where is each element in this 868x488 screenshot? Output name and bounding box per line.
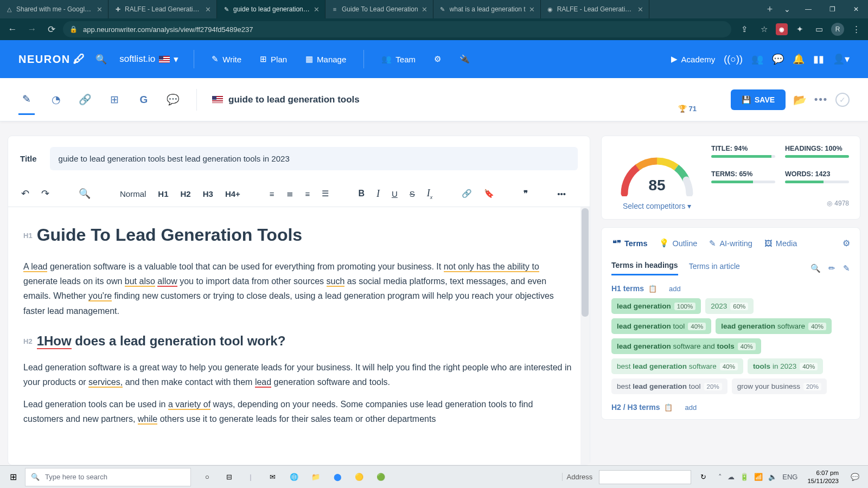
- undo-button[interactable]: ↶: [20, 184, 30, 203]
- align-center-button[interactable]: ≣: [285, 185, 295, 202]
- add-h1-term[interactable]: add: [669, 285, 681, 293]
- term-chip[interactable]: grow your business20%: [732, 378, 827, 394]
- bell-icon[interactable]: 🔔: [793, 53, 805, 65]
- add-h2-term[interactable]: add: [685, 403, 697, 412]
- minimize-button[interactable]: —: [796, 0, 820, 18]
- save-button[interactable]: 💾 SAVE: [731, 89, 786, 110]
- more-menu[interactable]: •••: [814, 94, 828, 105]
- taskbar-search[interactable]: 🔍Type here to search: [25, 468, 191, 486]
- subtab-headings[interactable]: Terms in headings: [611, 261, 678, 275]
- tab-close-icon[interactable]: ✕: [422, 5, 427, 14]
- select-competitors[interactable]: Select competitors ▾: [612, 202, 701, 210]
- tab-editor-icon[interactable]: ✎: [18, 85, 35, 115]
- clock[interactable]: 6:07 pm 15/11/2023: [803, 469, 843, 485]
- h4plus-button[interactable]: H4+: [224, 186, 241, 202]
- zoom-icon[interactable]: ⬤: [328, 467, 347, 487]
- lang-label[interactable]: ENG: [782, 473, 797, 481]
- browser-tab[interactable]: ◉RALFE - Lead Generation T✕: [541, 0, 649, 18]
- link-button[interactable]: 🔗: [461, 185, 473, 202]
- search-icon[interactable]: 🔍: [93, 52, 108, 67]
- filter-icon[interactable]: 🔍: [810, 264, 821, 273]
- academy-link[interactable]: ▶Academy: [671, 54, 716, 64]
- sound-icon[interactable]: 🔈: [768, 473, 777, 481]
- address-dropdown[interactable]: [599, 470, 691, 484]
- scrollbar[interactable]: [580, 207, 590, 465]
- tab-dropdown[interactable]: ⌄: [778, 0, 796, 18]
- term-chip[interactable]: best lead generation tool20%: [611, 378, 727, 394]
- align-justify-button[interactable]: ☰: [321, 185, 330, 202]
- chat-icon[interactable]: 💬: [772, 53, 784, 65]
- browser-tab[interactable]: ✎what is a lead generation t✕: [433, 0, 541, 18]
- edit2-icon[interactable]: ✎: [843, 264, 850, 273]
- taskview-icon[interactable]: ⊟: [219, 467, 239, 487]
- tab-ai[interactable]: ✎AI-writing: [708, 236, 753, 251]
- browser-tab[interactable]: △Shared with me - Google D✕: [0, 0, 108, 18]
- cortana-icon[interactable]: ○: [197, 467, 217, 487]
- workspace-select[interactable]: softlist.io ▾: [116, 54, 182, 65]
- back-button[interactable]: ←: [4, 21, 21, 37]
- nav-manage[interactable]: ▦Manage: [300, 54, 352, 64]
- done-icon[interactable]: ✓: [835, 93, 850, 107]
- tab-close-icon[interactable]: ✕: [97, 5, 103, 14]
- tab-close-icon[interactable]: ✕: [529, 5, 535, 14]
- term-chip[interactable]: 202360%: [705, 298, 754, 314]
- quote-button[interactable]: ❞: [522, 185, 529, 202]
- tab-links-icon[interactable]: 🔗: [77, 85, 93, 115]
- bookmark-button[interactable]: 🔖: [483, 185, 495, 202]
- tab-outline[interactable]: 💡Outline: [658, 235, 698, 251]
- close-window-button[interactable]: ✕: [844, 0, 868, 18]
- share-icon[interactable]: ⇪: [737, 22, 752, 37]
- h1-button[interactable]: H1: [157, 186, 169, 202]
- menu-icon[interactable]: ⋮: [848, 22, 864, 37]
- tab-close-icon[interactable]: ✕: [637, 5, 643, 14]
- clear-format-button[interactable]: Ix: [426, 184, 434, 203]
- browser-tab[interactable]: ≡Guide To Lead Generation✕: [326, 0, 433, 18]
- underline-button[interactable]: U: [391, 186, 399, 202]
- maximize-button[interactable]: ❐: [820, 0, 844, 18]
- panel-settings-icon[interactable]: ⚙: [843, 238, 850, 248]
- new-tab-button[interactable]: +: [762, 0, 778, 18]
- pause-icon[interactable]: ▮▮: [813, 53, 824, 65]
- reload-button[interactable]: ⟳: [43, 21, 60, 37]
- italic-button[interactable]: I: [375, 185, 381, 203]
- h2-button[interactable]: H2: [180, 186, 192, 202]
- notifications-icon[interactable]: 💬: [845, 467, 865, 487]
- user-menu[interactable]: 👤▾: [833, 53, 850, 65]
- refresh-icon[interactable]: ↻: [693, 467, 713, 487]
- style-select[interactable]: Normal: [119, 186, 147, 202]
- tab-media[interactable]: 🖼Media: [763, 236, 799, 251]
- chrome1-icon[interactable]: 🟡: [349, 467, 369, 487]
- bookmark-icon[interactable]: ☆: [756, 22, 771, 37]
- logo[interactable]: NEURON 🖊: [18, 52, 86, 66]
- redo-button[interactable]: ↷: [40, 184, 50, 203]
- align-left-button[interactable]: ≡: [269, 186, 276, 202]
- sidepanel-icon[interactable]: ▭: [812, 22, 827, 37]
- term-chip[interactable]: lead generation software and tools40%: [611, 338, 761, 354]
- title-input[interactable]: [50, 147, 578, 170]
- tab-close-icon[interactable]: ✕: [205, 5, 211, 14]
- term-chip[interactable]: lead generation tool40%: [611, 318, 711, 334]
- tab-terms[interactable]: ❝❞Terms: [611, 236, 648, 251]
- nav-team[interactable]: 👥Team: [376, 54, 421, 64]
- tab-analytics-icon[interactable]: ◔: [48, 85, 64, 115]
- tray-up-icon[interactable]: ˄: [718, 473, 722, 481]
- more-format-button[interactable]: •••: [556, 186, 567, 202]
- forward-button[interactable]: →: [24, 21, 40, 37]
- nav-plan[interactable]: ⊞Plan: [254, 54, 292, 64]
- align-right-button[interactable]: ≡: [304, 186, 311, 202]
- subtab-article[interactable]: Terms in article: [689, 262, 740, 275]
- folder-icon[interactable]: 📂: [793, 93, 807, 106]
- editor-body[interactable]: H1Guide To Lead Generation Tools A lead …: [8, 207, 590, 465]
- bold-button[interactable]: B: [357, 185, 366, 202]
- onedrive-icon[interactable]: ☁: [727, 473, 735, 481]
- copy-icon[interactable]: 📋: [648, 285, 657, 293]
- community-icon[interactable]: 👥: [751, 53, 763, 65]
- broadcast-icon[interactable]: ((○)): [724, 54, 743, 65]
- term-chip[interactable]: best lead generation software40%: [611, 358, 743, 374]
- battery-icon[interactable]: 🔋: [740, 473, 749, 481]
- browser-tab[interactable]: ✚RALFE - Lead Generation T✕: [108, 0, 217, 18]
- tab-comments-icon[interactable]: 💬: [165, 85, 181, 115]
- profile-avatar[interactable]: R: [831, 23, 844, 36]
- term-chip[interactable]: tools in 202340%: [748, 358, 823, 374]
- address-bar[interactable]: 🔒 app.neuronwriter.com/analysis/view/ff2…: [63, 21, 731, 37]
